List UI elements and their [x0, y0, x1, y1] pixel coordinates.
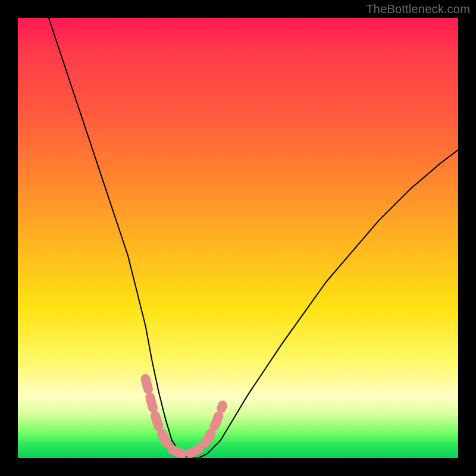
highlight-band	[146, 379, 223, 454]
plot-area	[18, 18, 458, 458]
chart-frame: TheBottleneck.com	[0, 0, 476, 476]
plot-svg	[18, 18, 458, 458]
bottleneck-curve	[49, 18, 458, 458]
watermark-text: TheBottleneck.com	[366, 2, 470, 16]
